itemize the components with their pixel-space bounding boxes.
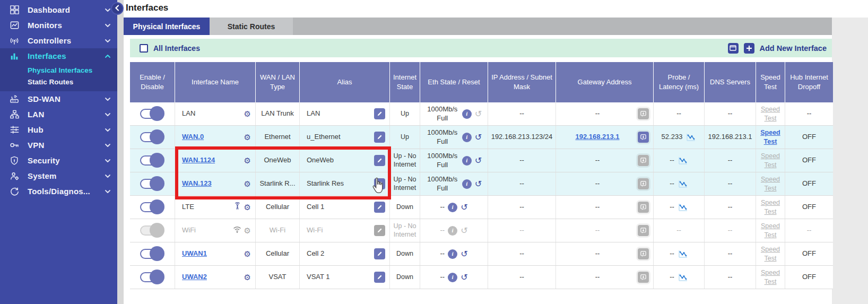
sidebar-subitem-static-routes[interactable]: Static Routes: [0, 76, 117, 88]
gateway-ping-icon[interactable]: [638, 225, 649, 236]
tab-static-routes[interactable]: Static Routes: [210, 18, 293, 35]
enable-disable-cell: [130, 242, 175, 265]
open-window-icon[interactable]: [728, 43, 739, 54]
gear-icon[interactable]: ⚙: [244, 203, 251, 211]
latency-chart-icon[interactable]: [686, 133, 696, 142]
sidebar-item-controllers[interactable]: Controllers: [0, 33, 117, 48]
reset-icon[interactable]: ↺: [475, 133, 482, 142]
gear-icon[interactable]: ⚙: [244, 227, 251, 234]
alias-edit-button[interactable]: [374, 132, 385, 143]
info-icon[interactable]: i: [462, 179, 472, 189]
interface-name[interactable]: WAN.0: [182, 133, 204, 141]
sidebar: Dashboard Monitors Controllers Interface…: [0, 0, 117, 304]
gear-icon[interactable]: ⚙: [244, 273, 251, 281]
gateway-ping-icon[interactable]: [638, 108, 649, 119]
alias-edit-button[interactable]: [374, 108, 385, 119]
probe-latency-cell: --: [654, 172, 705, 195]
gateway-ping-icon[interactable]: [638, 155, 649, 166]
latency-chart-icon[interactable]: [678, 203, 688, 212]
eth-state-cell: --i↺: [420, 242, 488, 265]
speed-test-link: Speed Test: [759, 105, 782, 123]
interface-name[interactable]: UWAN1: [182, 249, 207, 258]
speed-test-link[interactable]: Speed Test: [759, 128, 782, 146]
alias-edit-button[interactable]: [374, 178, 385, 189]
alias-edit-button[interactable]: [374, 202, 385, 213]
enable-disable-cell: [130, 126, 175, 149]
interface-name[interactable]: UWAN2: [182, 273, 207, 281]
info-icon[interactable]: i: [462, 133, 472, 142]
reset-icon[interactable]: ↺: [475, 180, 482, 188]
info-icon[interactable]: i: [462, 109, 472, 119]
sidebar-item-lan[interactable]: LAN: [0, 107, 117, 122]
reset-icon[interactable]: ↺: [461, 273, 467, 282]
interface-name[interactable]: WAN.1124: [182, 156, 215, 164]
gear-icon[interactable]: ⚙: [244, 180, 251, 188]
sidebar-item-dashboard[interactable]: Dashboard: [0, 2, 117, 18]
enable-toggle[interactable]: [140, 272, 164, 282]
reset-icon[interactable]: ↺: [461, 227, 467, 235]
wan-lan-type: Wi-Fi: [256, 219, 300, 242]
column-header: Internet State: [390, 62, 420, 102]
sidebar-item-interfaces[interactable]: Interfaces: [0, 48, 117, 64]
gear-icon[interactable]: ⚙: [244, 157, 251, 164]
info-icon[interactable]: i: [448, 226, 457, 236]
sidebar-item-hub[interactable]: Hub: [0, 122, 117, 137]
enable-toggle[interactable]: [140, 249, 164, 259]
enable-toggle[interactable]: [140, 155, 164, 166]
sidebar-item-sd-wan[interactable]: SD-WAN: [0, 91, 117, 107]
sidebar-item-monitors[interactable]: Monitors: [0, 18, 117, 33]
sidebar-item-system[interactable]: System: [0, 168, 117, 184]
reset-icon[interactable]: ↺: [461, 203, 467, 212]
tools-icon: [7, 186, 21, 196]
alias-edit-button[interactable]: [374, 155, 385, 166]
gateway-ping-icon[interactable]: [638, 202, 649, 213]
chevron-left-icon: [115, 4, 120, 13]
alias-edit-button[interactable]: [374, 225, 385, 236]
sidebar-item-security[interactable]: Security: [0, 153, 117, 168]
latency-chart-icon[interactable]: [678, 180, 688, 188]
sidebar-item-vpn[interactable]: VPN: [0, 137, 117, 153]
all-interfaces-checkbox[interactable]: [140, 44, 148, 53]
plus-icon[interactable]: [744, 43, 754, 54]
reset-icon[interactable]: ↺: [475, 157, 482, 165]
enable-toggle[interactable]: [140, 109, 164, 119]
column-header: Probe / Latency (ms): [654, 62, 705, 102]
tab-physical-interfaces[interactable]: Physical Interfaces: [124, 18, 210, 35]
dns-servers: --: [705, 242, 756, 265]
wan-lan-type: Ethernet: [256, 126, 300, 149]
interface-name-cell: LTE ⚙: [175, 196, 256, 219]
gateway-ping-icon[interactable]: [638, 248, 649, 259]
alias-edit-button[interactable]: [374, 248, 385, 259]
eth-state-cell: --i↺: [420, 219, 488, 242]
alias-edit-button[interactable]: [374, 272, 385, 283]
sidebar-subitem-physical-interfaces[interactable]: Physical Interfaces: [0, 65, 117, 76]
app-window: Dashboard Monitors Controllers Interface…: [0, 0, 868, 304]
info-icon[interactable]: i: [448, 273, 457, 282]
info-icon[interactable]: i: [462, 156, 472, 166]
eth-state-cell: --i↺: [420, 266, 488, 289]
gear-icon[interactable]: ⚙: [244, 250, 251, 258]
gear-icon[interactable]: ⚙: [244, 133, 251, 141]
latency-chart-icon[interactable]: [678, 250, 688, 258]
info-icon[interactable]: i: [448, 203, 457, 212]
enable-toggle[interactable]: [140, 225, 164, 236]
reset-icon[interactable]: ↺: [475, 110, 482, 118]
info-icon[interactable]: i: [448, 249, 457, 259]
enable-toggle[interactable]: [140, 179, 164, 189]
gateway-address: --: [560, 203, 635, 211]
gateway-address[interactable]: 192.168.213.1: [560, 133, 635, 141]
sidebar-item-tools-diagnos[interactable]: Tools/Diagnos...: [0, 184, 117, 199]
enable-toggle[interactable]: [140, 132, 164, 142]
gateway-ping-icon[interactable]: [638, 178, 649, 189]
gateway-ping-icon[interactable]: [638, 132, 649, 143]
reset-icon[interactable]: ↺: [461, 250, 467, 258]
collapse-sidebar-button[interactable]: [111, 2, 124, 15]
interface-name[interactable]: WAN.123: [182, 179, 212, 188]
add-new-interface-button[interactable]: Add New Interface: [760, 44, 827, 53]
latency-chart-icon[interactable]: [678, 157, 688, 165]
gateway-ping-icon[interactable]: [638, 272, 649, 283]
chevron-down-icon: [103, 39, 112, 43]
enable-toggle[interactable]: [140, 202, 164, 212]
gear-icon[interactable]: ⚙: [244, 110, 251, 118]
latency-chart-icon[interactable]: [678, 273, 688, 282]
